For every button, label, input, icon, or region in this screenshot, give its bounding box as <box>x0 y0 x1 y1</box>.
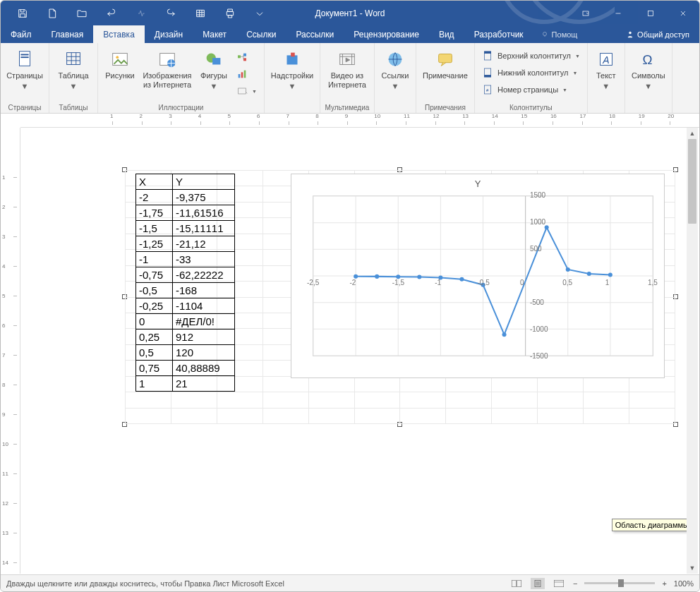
title-bar: Документ1 - Word <box>1 1 699 25</box>
svg-point-5 <box>629 32 632 34</box>
svg-rect-23 <box>286 55 297 64</box>
document-title: Документ1 - Word <box>315 8 385 18</box>
svg-rect-29 <box>484 52 490 54</box>
svg-rect-24 <box>291 53 295 57</box>
status-hint: Дважды щелкните или дважды коснитесь, чт… <box>6 579 284 588</box>
svg-point-61 <box>502 332 507 337</box>
qat-customize-icon[interactable] <box>245 1 274 25</box>
status-bar: Дважды щелкните или дважды коснитесь, чт… <box>1 574 699 591</box>
ribbon-tabs: Файл Главная Вставка Дизайн Макет Ссылки… <box>1 25 699 43</box>
svg-rect-20 <box>241 72 243 78</box>
zoom-level[interactable]: 100% <box>674 579 694 588</box>
tell-me-field[interactable]: Помощ <box>541 25 578 43</box>
print-layout-icon[interactable] <box>531 578 545 589</box>
svg-text:A: A <box>602 54 609 66</box>
undo-icon[interactable] <box>97 1 126 25</box>
svg-point-4 <box>543 32 546 35</box>
svg-rect-22 <box>239 88 246 94</box>
addins-button[interactable]: Надстройки▼ <box>267 47 317 92</box>
zoom-slider[interactable] <box>584 582 655 584</box>
save-icon[interactable] <box>8 1 37 25</box>
read-mode-icon[interactable] <box>509 578 524 589</box>
share-button[interactable]: Общий доступ <box>616 25 699 43</box>
tab-layout[interactable]: Макет <box>193 25 236 43</box>
tab-insert[interactable]: Вставка <box>93 25 145 43</box>
scroll-down-icon[interactable]: ▼ <box>687 562 698 574</box>
screenshot-button[interactable]: ▼ <box>232 83 261 99</box>
print-preview-icon[interactable] <box>215 1 245 25</box>
svg-rect-8 <box>20 56 28 58</box>
svg-text:Ω: Ω <box>642 52 652 67</box>
equation-icon[interactable] <box>126 1 156 25</box>
vertical-scrollbar[interactable]: ▲ ▼ <box>687 128 698 574</box>
embedded-excel-object[interactable]: XY-2-9,375-1,75-11,61516-1,5-15,11111-1,… <box>125 170 675 424</box>
svg-point-57 <box>417 275 421 279</box>
text-button[interactable]: A Текст▼ <box>591 47 622 92</box>
symbols-button[interactable]: Ω Символы▼ <box>628 47 669 92</box>
new-document-icon[interactable] <box>37 1 67 25</box>
vertical-ruler[interactable]: 123456789101112131415 <box>1 128 20 574</box>
pictures-button[interactable]: Рисунки <box>101 47 139 82</box>
footer-button[interactable]: Нижний колонтитул ▼ <box>478 64 584 81</box>
zoom-in-icon[interactable]: + <box>662 579 666 588</box>
zoom-out-icon[interactable]: − <box>573 579 577 588</box>
comment-button[interactable]: Примечание <box>419 47 471 82</box>
svg-rect-17 <box>243 54 246 56</box>
pages-button[interactable]: Страницы▼ <box>4 47 46 92</box>
svg-text:#: # <box>486 88 489 92</box>
chart-button[interactable] <box>232 66 261 83</box>
svg-point-63 <box>566 267 570 272</box>
svg-rect-16 <box>238 55 241 58</box>
svg-point-11 <box>116 56 119 59</box>
table-button[interactable]: Таблица▼ <box>52 47 95 92</box>
ribbon: Страницы▼ Страницы Таблица▼ Таблицы Рису… <box>1 43 699 114</box>
svg-point-65 <box>608 272 612 277</box>
svg-point-55 <box>375 274 379 279</box>
svg-rect-21 <box>244 71 246 78</box>
svg-rect-18 <box>243 58 246 61</box>
document-area[interactable]: XY-2-9,375-1,75-11,61516-1,5-15,11111-1,… <box>20 128 687 574</box>
tab-file[interactable]: Файл <box>1 25 42 43</box>
svg-point-64 <box>587 272 591 276</box>
svg-rect-15 <box>212 58 220 64</box>
close-icon[interactable] <box>667 1 699 25</box>
tab-view[interactable]: Вид <box>429 25 464 43</box>
chart-area-tooltip: Область диаграммы <box>612 519 687 531</box>
page-number-button[interactable]: #Номер страницы ▼ <box>478 81 584 98</box>
shapes-button[interactable]: Фигуры▼ <box>195 47 232 92</box>
minimize-icon[interactable] <box>602 1 634 25</box>
svg-point-62 <box>545 225 549 229</box>
online-pictures-button[interactable]: Изображения из Интернета <box>139 47 195 91</box>
svg-point-59 <box>459 277 464 282</box>
tab-developer[interactable]: Разработчик <box>464 25 533 43</box>
tab-mailings[interactable]: Рассылки <box>286 25 344 43</box>
scroll-up-icon[interactable]: ▲ <box>687 128 698 139</box>
tab-references[interactable]: Ссылки <box>236 25 286 43</box>
open-icon[interactable] <box>67 1 97 25</box>
tab-design[interactable]: Дизайн <box>145 25 193 43</box>
links-button[interactable]: Ссылки▼ <box>378 47 413 92</box>
data-table: XY-2-9,375-1,75-11,61516-1,5-15,11111-1,… <box>135 174 235 392</box>
smartart-button[interactable] <box>232 49 261 66</box>
chart[interactable]: Y -2,5-2-1,5-1-0,500,511,5-1500-1000-500… <box>291 174 665 378</box>
svg-rect-7 <box>20 54 28 56</box>
svg-rect-69 <box>554 580 563 586</box>
page: XY-2-9,375-1,75-11,61516-1,5-15,11111-1,… <box>97 135 675 574</box>
svg-rect-67 <box>517 580 521 586</box>
online-video-button[interactable]: Видео из Интернета <box>323 47 371 91</box>
horizontal-ruler[interactable]: 1234567891011121314151617181920 <box>20 114 699 128</box>
scrollbar-thumb[interactable] <box>688 139 696 224</box>
maximize-icon[interactable] <box>634 1 667 25</box>
svg-rect-3 <box>648 11 653 16</box>
svg-rect-9 <box>67 53 80 65</box>
ribbon-options-icon[interactable] <box>569 1 602 25</box>
tab-home[interactable]: Главная <box>42 25 94 43</box>
svg-point-54 <box>354 274 358 279</box>
web-layout-icon[interactable] <box>552 578 566 589</box>
header-button[interactable]: Верхний колонтитул ▼ <box>478 47 584 64</box>
svg-rect-31 <box>484 75 490 77</box>
svg-rect-6 <box>20 52 30 66</box>
redo-icon[interactable] <box>156 1 186 25</box>
table-icon[interactable] <box>186 1 215 25</box>
tab-review[interactable]: Рецензирование <box>344 25 429 43</box>
